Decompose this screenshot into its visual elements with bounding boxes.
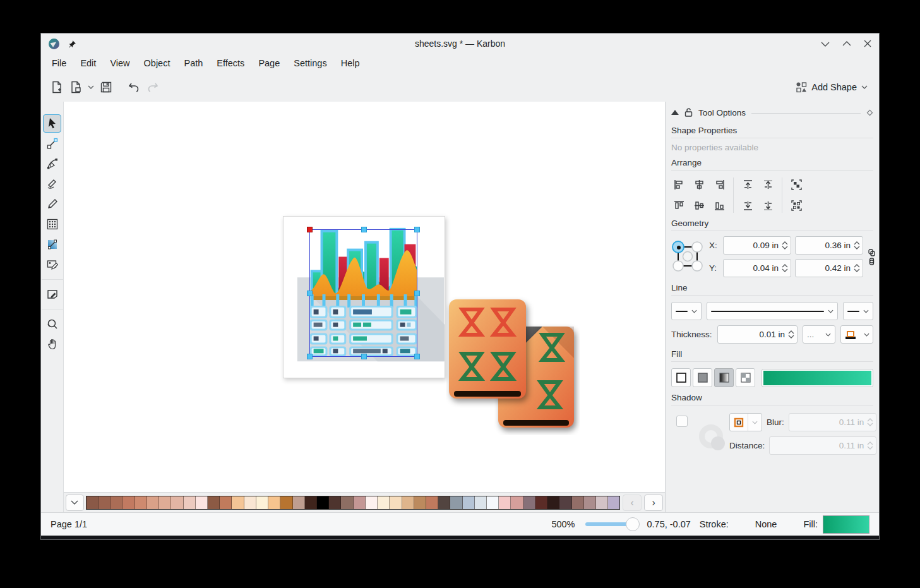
fill-none-icon[interactable]	[671, 368, 691, 387]
chain-link-icon[interactable]	[868, 249, 875, 256]
close-icon[interactable]	[864, 40, 871, 47]
palette-swatch[interactable]	[378, 496, 390, 509]
thickness-spinbox[interactable]: 0.01 in	[717, 325, 798, 344]
menu-edit[interactable]: Edit	[73, 56, 103, 71]
shadow-color-button[interactable]	[729, 413, 762, 431]
palette-swatch[interactable]	[305, 496, 317, 509]
line-end-marker-combo[interactable]	[843, 302, 873, 320]
minimize-icon[interactable]	[821, 41, 830, 47]
selection-handle-bottom-right[interactable]	[414, 354, 420, 359]
calligraphy-icon[interactable]	[43, 175, 61, 193]
palette-swatch[interactable]	[438, 496, 450, 509]
palette-swatch[interactable]	[280, 496, 292, 509]
shadow-enable-checkbox[interactable]	[676, 416, 688, 427]
palette-swatch[interactable]	[111, 496, 122, 509]
add-shape-button[interactable]: Add Shape	[791, 80, 873, 95]
palette-swatch[interactable]	[244, 496, 256, 509]
raise-icon[interactable]	[760, 177, 775, 192]
shadow-angle-handle[interactable]	[711, 436, 725, 450]
bezier-pen-icon[interactable]	[43, 155, 61, 173]
zoom-slider-handle[interactable]	[626, 517, 640, 531]
palette-swatch[interactable]	[147, 496, 159, 509]
group-icon[interactable]	[789, 177, 804, 192]
height-spinbox[interactable]: 0.42 in	[795, 259, 863, 277]
palette-swatch[interactable]	[268, 496, 280, 509]
new-document-icon[interactable]	[47, 78, 66, 97]
palette-swatch[interactable]	[511, 496, 523, 509]
palette-swatch[interactable]	[232, 496, 244, 509]
pattern-edit-icon[interactable]	[43, 256, 61, 274]
palette-swatch[interactable]	[171, 496, 183, 509]
selection-handle-bottom-left[interactable]	[307, 354, 313, 359]
align-left-icon[interactable]	[671, 177, 686, 192]
y-spinbox[interactable]: 0.04 in	[723, 259, 791, 277]
menu-settings[interactable]: Settings	[287, 56, 333, 71]
shadow-angle-widget[interactable]	[699, 424, 723, 448]
cap-style-button[interactable]	[840, 325, 873, 344]
menu-file[interactable]: File	[45, 56, 73, 71]
gradient-icon[interactable]	[43, 236, 61, 254]
palette-swatch[interactable]	[608, 496, 619, 509]
palette-swatch[interactable]	[487, 496, 499, 509]
float-diamond-icon[interactable]	[866, 109, 873, 116]
select-arrow-icon[interactable]	[43, 114, 61, 133]
palette-swatch[interactable]	[87, 496, 99, 509]
menu-effects[interactable]: Effects	[210, 56, 251, 71]
palette-swatch[interactable]	[220, 496, 232, 509]
zoom-percent[interactable]: 500%	[551, 519, 575, 529]
x-spinbox[interactable]: 0.09 in	[723, 236, 791, 255]
palette-swatch[interactable]	[572, 496, 584, 509]
palette-swatch[interactable]	[341, 496, 353, 509]
pan-hand-icon[interactable]	[43, 335, 61, 354]
shape-edit-icon[interactable]	[43, 285, 61, 304]
palette-swatch[interactable]	[584, 496, 596, 509]
selection-handle-middle-left[interactable]	[307, 291, 313, 296]
sheets-logo-artwork[interactable]	[446, 296, 580, 435]
width-spinbox[interactable]: 0.36 in	[795, 236, 863, 255]
line-start-marker-combo[interactable]	[671, 302, 702, 320]
palette-swatch[interactable]	[256, 496, 268, 509]
palette-swatch[interactable]	[135, 496, 147, 509]
palette-swatch[interactable]	[293, 496, 305, 509]
palette-swatch[interactable]	[159, 496, 171, 509]
line-style-combo[interactable]	[707, 302, 838, 320]
edit-shapes-icon[interactable]	[43, 135, 61, 153]
open-document-icon[interactable]	[66, 78, 85, 97]
fill-gradient-icon[interactable]	[714, 368, 734, 387]
save-icon[interactable]	[97, 78, 116, 97]
palette-swatch[interactable]	[596, 496, 608, 509]
maximize-icon[interactable]	[842, 41, 851, 47]
menu-object[interactable]: Object	[137, 56, 177, 71]
palette-swatch[interactable]	[99, 496, 111, 509]
palette-swatch[interactable]	[535, 496, 547, 509]
palette-swatch[interactable]	[390, 496, 402, 509]
unlock-icon[interactable]	[684, 108, 693, 117]
palette-swatch[interactable]	[414, 496, 426, 509]
titlebar[interactable]: sheets.svg * — Karbon	[41, 33, 879, 54]
palette-swatch[interactable]	[402, 496, 414, 509]
undo-icon[interactable]	[124, 78, 143, 97]
ungroup-icon[interactable]	[789, 198, 804, 213]
palette-swatch[interactable]	[122, 496, 134, 509]
fill-color-swatch[interactable]	[823, 515, 869, 534]
selection-handle-top-center[interactable]	[361, 227, 367, 232]
open-dropdown-chevron-icon[interactable]	[85, 78, 97, 97]
selection-handle-top-left[interactable]	[307, 227, 313, 232]
gradient-preview[interactable]	[762, 369, 873, 387]
selection-handle-top-right[interactable]	[414, 227, 420, 232]
front-sheet[interactable]	[449, 299, 526, 399]
line-join-combo[interactable]: ...	[803, 325, 835, 344]
lower-to-bottom-icon[interactable]	[740, 198, 755, 213]
menu-view[interactable]: View	[103, 56, 136, 71]
zoom-icon[interactable]	[43, 315, 61, 333]
palette-swatch[interactable]	[366, 496, 378, 509]
zoom-slider[interactable]	[585, 517, 640, 531]
palette-swatch[interactable]	[184, 496, 196, 509]
fill-solid-icon[interactable]	[693, 368, 712, 387]
align-bottom-icon[interactable]	[712, 198, 727, 213]
align-top-icon[interactable]	[671, 198, 686, 213]
chain-link-icon[interactable]	[868, 258, 875, 265]
fill-pattern-icon[interactable]	[736, 368, 755, 387]
palette-swatch[interactable]	[196, 496, 208, 509]
palette-swatch[interactable]	[475, 496, 487, 509]
